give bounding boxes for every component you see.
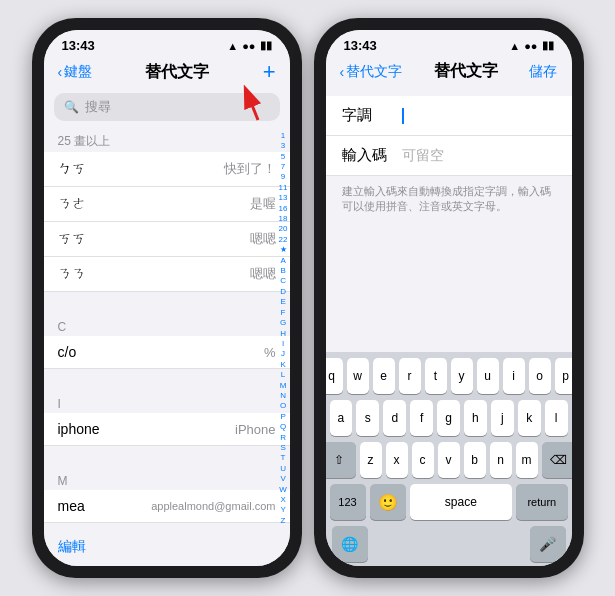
keyboard: q w e r t y u i o p a s d f g [326, 352, 572, 566]
left-bottom-bar: 編輯 [44, 531, 290, 566]
list-item[interactable]: ㄅㄎ 快到了！ [44, 152, 290, 187]
search-placeholder: 搜尋 [85, 98, 111, 116]
form-area: 字調 輸入碼 可留空 [326, 96, 572, 176]
key-e[interactable]: e [373, 358, 395, 394]
key-globe[interactable]: 🌐 [332, 526, 368, 562]
right-status-icons: ▲ ●● ▮▮ [509, 39, 553, 52]
list-item-mea[interactable]: mea applealmond@gmail.com [44, 490, 290, 523]
right-status-bar: 13:43 ▲ ●● ▮▮ [326, 30, 572, 57]
key-u[interactable]: u [477, 358, 499, 394]
key-a[interactable]: a [330, 400, 353, 436]
key-space[interactable]: space [410, 484, 513, 520]
right-nav-save-button[interactable]: 儲存 [529, 63, 557, 81]
key-f[interactable]: f [410, 400, 433, 436]
key-s[interactable]: s [356, 400, 379, 436]
list-item[interactable]: ㄋㄜ 是喔 [44, 187, 290, 222]
phrase-label: 字調 [342, 106, 392, 125]
shortcut-label: 輸入碼 [342, 146, 392, 165]
key-g[interactable]: g [437, 400, 460, 436]
key-x[interactable]: x [386, 442, 408, 478]
wifi-icon: ▲ [227, 40, 238, 52]
key-b[interactable]: b [464, 442, 486, 478]
key-w[interactable]: w [347, 358, 369, 394]
key-v[interactable]: v [438, 442, 460, 478]
right-nav-bar: ‹ 替代文字 替代文字 儲存 [326, 57, 572, 88]
left-nav-back[interactable]: ‹ 鍵盤 [58, 63, 93, 81]
keyboard-row-5: 🌐 🎤 [330, 526, 568, 562]
chevron-left-icon: ‹ [58, 64, 63, 80]
key-p[interactable]: p [555, 358, 572, 394]
right-nav-title: 替代文字 [434, 61, 498, 82]
right-status-time: 13:43 [344, 38, 377, 53]
key-y[interactable]: y [451, 358, 473, 394]
phrase-row: 字調 [326, 96, 572, 136]
key-i[interactable]: i [503, 358, 525, 394]
key-q[interactable]: q [326, 358, 343, 394]
list-item[interactable]: c/o % [44, 336, 290, 369]
left-status-bar: 13:43 ▲ ●● ▮▮ [44, 30, 290, 57]
phrase-cursor [402, 108, 404, 124]
key-shift[interactable]: ⇧ [326, 442, 356, 478]
section-header-c: C [44, 314, 290, 336]
battery-icon: ▮▮ [260, 39, 272, 52]
list-item[interactable]: ㄎㄎ 嗯嗯 [44, 222, 290, 257]
key-z[interactable]: z [360, 442, 382, 478]
left-status-time: 13:43 [62, 38, 95, 53]
right-phone: 13:43 ▲ ●● ▮▮ ‹ 替代文字 替代文字 儲存 字 [314, 18, 584, 578]
signal-icon: ●● [242, 40, 255, 52]
key-c[interactable]: c [412, 442, 434, 478]
section-header-i: I [44, 391, 290, 413]
chevron-left-icon: ‹ [340, 64, 345, 80]
key-j[interactable]: j [491, 400, 514, 436]
key-return[interactable]: return [516, 484, 567, 520]
right-nav-back[interactable]: ‹ 替代文字 [340, 63, 403, 81]
key-d[interactable]: d [383, 400, 406, 436]
key-l[interactable]: l [545, 400, 568, 436]
form-hint: 建立輸入碼來自動轉換成指定字調，輸入碼可以使用拼音、注音或英文字母。 [326, 176, 572, 223]
key-o[interactable]: o [529, 358, 551, 394]
key-numbers[interactable]: 123 [330, 484, 366, 520]
keyboard-row-2: a s d f g h j k l [330, 400, 568, 436]
wifi-icon: ▲ [509, 40, 520, 52]
key-n[interactable]: n [490, 442, 512, 478]
key-microphone[interactable]: 🎤 [530, 526, 566, 562]
left-nav-add-button[interactable]: + [263, 61, 276, 83]
keyboard-row-3: ⇧ z x c v b n m ⌫ [330, 442, 568, 478]
alpha-index[interactable]: 1 3 5 7 9 11 13 16 18 20 22 ★ A B C D E [279, 127, 288, 531]
key-t[interactable]: t [425, 358, 447, 394]
left-phone: 13:43 ▲ ●● ▮▮ ‹ 鍵盤 替代文字 + 🔍 搜尋 [32, 18, 302, 578]
signal-icon: ●● [524, 40, 537, 52]
shortcut-row: 輸入碼 可留空 [326, 136, 572, 176]
list-item-iphone[interactable]: iphone iPhone [44, 413, 290, 446]
left-search-bar[interactable]: 🔍 搜尋 [54, 93, 280, 121]
section-header-m: M [44, 468, 290, 490]
search-icon: 🔍 [64, 100, 79, 114]
keyboard-row-4: 123 🙂 space return [330, 484, 568, 520]
section-header-25: 25 畫以上 [44, 127, 290, 152]
left-status-icons: ▲ ●● ▮▮ [227, 39, 271, 52]
key-emoji[interactable]: 🙂 [370, 484, 406, 520]
left-list: 25 畫以上 ㄅㄎ 快到了！ ㄋㄜ 是喔 ㄎㄎ 嗯嗯 ㄋㄋ 嗯嗯 [44, 127, 290, 531]
key-h[interactable]: h [464, 400, 487, 436]
key-m[interactable]: m [516, 442, 538, 478]
left-nav-title: 替代文字 [145, 62, 209, 83]
shortcut-placeholder: 可留空 [402, 147, 444, 165]
edit-button[interactable]: 編輯 [58, 538, 86, 554]
keyboard-row-1: q w e r t y u i o p [330, 358, 568, 394]
key-r[interactable]: r [399, 358, 421, 394]
list-item[interactable]: ㄋㄋ 嗯嗯 [44, 257, 290, 292]
key-delete[interactable]: ⌫ [542, 442, 572, 478]
battery-icon: ▮▮ [542, 39, 554, 52]
left-nav-bar: ‹ 鍵盤 替代文字 + [44, 57, 290, 89]
key-k[interactable]: k [518, 400, 541, 436]
